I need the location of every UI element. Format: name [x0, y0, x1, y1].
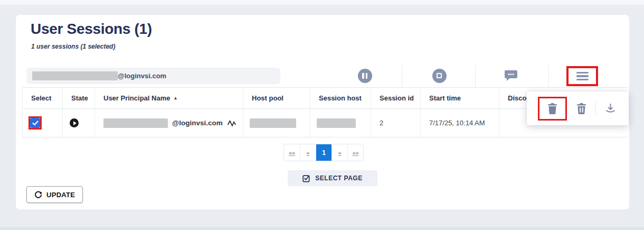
page-subtitle: 1 user sessions (1 selected) — [31, 43, 115, 50]
pagination-last-button[interactable]: »» — [347, 144, 363, 161]
menu-icon — [576, 72, 589, 81]
column-header-select[interactable]: Select — [23, 88, 62, 108]
sort-asc-icon: ▲ — [173, 96, 177, 100]
delete-menu-item[interactable] — [547, 103, 557, 114]
message-icon — [504, 70, 518, 82]
menu-divider — [595, 102, 596, 115]
trash-icon — [547, 103, 557, 114]
pause-circle-icon — [358, 69, 372, 83]
pagination-first-button[interactable]: «« — [284, 144, 300, 161]
column-header-state[interactable]: State — [62, 88, 94, 108]
column-header-session-host[interactable]: Session host — [310, 88, 371, 108]
select-page-button[interactable]: SELECT PAGE — [288, 170, 377, 186]
pagination: «« « 1 » »» — [283, 144, 364, 161]
toolbar-divider — [548, 66, 549, 87]
window-bottom-edge — [0, 227, 644, 230]
upn-text: @loginvsi.com — [172, 119, 223, 127]
checkbox-check-icon — [302, 174, 310, 182]
row-host-pool-cell — [243, 109, 310, 137]
activity-icon[interactable] — [228, 119, 236, 127]
check-icon — [32, 121, 39, 126]
trash-slats-icon — [576, 103, 586, 114]
row-state-cell — [62, 109, 94, 137]
toolbar-divider — [475, 66, 476, 87]
user-sessions-panel: User Sessions (1) 1 user sessions (1 sel… — [16, 15, 629, 209]
row-session-id-cell: 2 — [371, 109, 420, 137]
column-header-start-time[interactable]: Start time — [420, 88, 499, 108]
pagination-next-button[interactable]: » — [332, 144, 347, 161]
update-label: UPDATE — [46, 191, 75, 199]
filter-value: @loginvsi.com — [118, 72, 166, 80]
red-annotation-box — [538, 97, 567, 121]
row-session-host-cell — [310, 109, 371, 137]
red-annotation-box — [29, 116, 42, 130]
play-circle-icon — [70, 118, 79, 127]
pagination-prev-button[interactable]: « — [300, 144, 316, 161]
row-upn-cell: @loginvsi.com — [94, 109, 243, 137]
redacted-host-pool — [250, 118, 296, 128]
row-start-time-cell: 7/17/25, 10:14 AM — [420, 109, 499, 137]
row-select-cell — [23, 109, 62, 137]
actions-context-menu — [527, 91, 629, 125]
refresh-icon — [34, 191, 42, 199]
pause-session-button[interactable] — [356, 67, 373, 84]
session-filter-input[interactable]: @loginvsi.com — [26, 68, 280, 84]
page-title: User Sessions (1) — [31, 21, 152, 38]
pagination-current-page[interactable]: 1 — [316, 144, 332, 161]
more-actions-menu-button[interactable] — [566, 66, 598, 86]
row-checkbox-checked[interactable] — [30, 118, 40, 128]
redacted-username — [103, 118, 168, 128]
download-icon — [605, 104, 615, 114]
update-button[interactable]: UPDATE — [26, 186, 83, 203]
redacted-session-host — [317, 118, 356, 128]
select-page-label: SELECT PAGE — [315, 174, 362, 182]
column-header-host-pool[interactable]: Host pool — [243, 88, 310, 108]
stop-circle-icon — [432, 69, 447, 83]
send-message-button[interactable] — [503, 67, 519, 84]
redacted-username — [32, 71, 118, 80]
column-header-session-id[interactable]: Session id — [371, 88, 420, 108]
column-header-upn[interactable]: User Principal Name ▲ — [94, 88, 243, 108]
download-menu-item[interactable] — [601, 99, 619, 117]
window-top-edge — [0, 0, 644, 5]
delete-forever-menu-item[interactable] — [572, 99, 590, 117]
toolbar-divider — [402, 66, 402, 87]
stop-session-button[interactable] — [431, 67, 448, 84]
